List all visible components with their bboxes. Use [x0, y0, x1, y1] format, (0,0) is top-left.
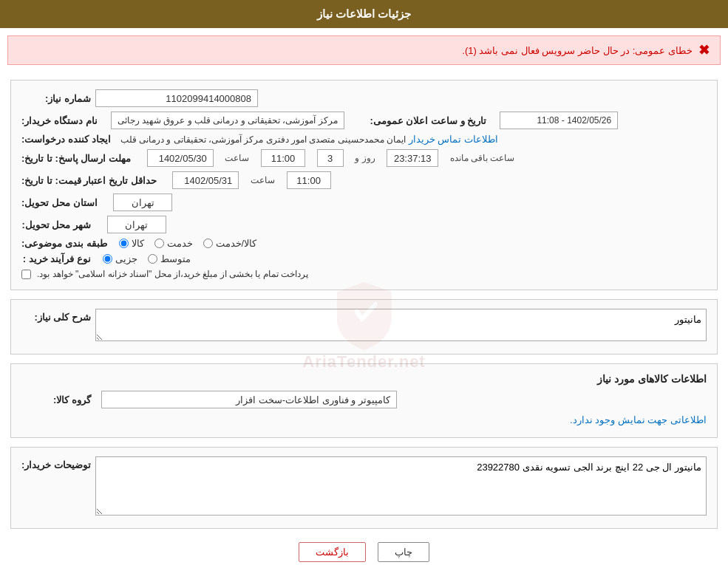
back-button[interactable]: بازگشت: [299, 542, 366, 562]
mohlet-label: مهلت ارسال پاسخ: تا تاریخ:: [21, 153, 135, 164]
mohlet-date-value: 1402/05/30: [147, 149, 214, 167]
sharh-label: شرح کلی نیاز:: [21, 309, 95, 323]
tawzih-section: مانیتور ال جی 22 اینچ برند الجی تسویه نق…: [10, 447, 718, 529]
radio-khedmat-input[interactable]: [154, 239, 164, 248]
mohlet-row: ساعت باقی مانده 23:37:13 روز و 3 11:00 س…: [21, 149, 707, 167]
noee-row: متوسط جزیی نوع فرآیند خرید :: [21, 253, 707, 264]
tarikh-row: 1402/05/26 - 11:08 تاریخ و ساعت اعلان عم…: [21, 112, 707, 129]
hadaghal-saat-label: ساعت: [251, 175, 275, 185]
shomare-niaz-row: 1102099414000808 شماره نیاز:: [21, 89, 707, 107]
noee-label: نوع فرآیند خرید :: [21, 253, 95, 264]
tawzih-label: توضیحات خریدار:: [21, 456, 95, 470]
radio-jozi-label: جزیی: [115, 253, 137, 264]
ejad-row: اطلاعات تماس خریدار ایمان محمدحسینی متصد…: [21, 134, 707, 145]
ostan-value: تهران: [113, 194, 172, 211]
tabaqe-label: طبقه بندی موضوعی:: [21, 238, 112, 249]
error-icon: ✖: [698, 42, 710, 58]
hadaghal-date-value: 1402/05/31: [172, 171, 239, 189]
radio-kala-khedmat-label: کالا/خدمت: [216, 238, 257, 249]
radio-kala-input[interactable]: [119, 239, 129, 248]
hadaghal-label: حداقل تاریخ اعتبار قیمت: تا تاریخ:: [21, 175, 161, 186]
hadaghal-saat-value: 11:00: [287, 171, 331, 189]
page-title: جزئیات اطلاعات نیاز: [0, 0, 728, 28]
mohlet-saat-label: ساعت: [225, 153, 249, 163]
print-button[interactable]: چاپ: [378, 542, 429, 562]
tarikh-label: تاریخ و ساعت اعلان عمومی:: [370, 115, 491, 126]
error-message: خطای عمومی: در حال حاضر سرویس فعال نمی ب…: [462, 45, 693, 56]
grohe-row: کامپیوتر و فناوری اطلاعات-سخت افزار گروه…: [21, 391, 707, 408]
radio-jozi[interactable]: جزیی: [103, 253, 137, 264]
ejad-label: ایجاد کننده درخواست:: [21, 134, 115, 145]
radio-khedmat[interactable]: خدمت: [154, 238, 193, 249]
ejad-link[interactable]: اطلاعات تماس خریدار: [409, 134, 498, 145]
grohe-value: کامپیوتر و فناوری اطلاعات-سخت افزار: [101, 391, 397, 408]
checkbox-text: پرداخت تمام یا بخشی از مبلغ خرید،از محل …: [37, 269, 308, 279]
error-bar: ✖ خطای عمومی: در حال حاضر سرویس فعال نمی…: [7, 35, 721, 65]
countdown-value: 23:37:13: [387, 149, 438, 167]
checkbox-khazan[interactable]: [21, 270, 31, 279]
no-info-text: اطلاعاتی جهت نمایش وجود ندارد.: [21, 414, 707, 425]
checkbox-row: پرداخت تمام یا بخشی از مبلغ خرید،از محل …: [21, 269, 707, 279]
ostan-label: استان محل تحویل:: [21, 197, 102, 208]
radio-motavaset[interactable]: متوسط: [148, 253, 191, 264]
radio-motavaset-label: متوسط: [160, 253, 191, 264]
sharh-section: مانیتور شرح کلی نیاز:: [10, 299, 718, 355]
sharh-row: مانیتور شرح کلی نیاز:: [21, 309, 707, 343]
tarikh-value: 1402/05/26 - 11:08: [500, 112, 618, 129]
shahr-row: تهران شهر محل تحویل:: [21, 216, 707, 233]
kalaha-title: اطلاعات کالاهای مورد نیاز: [21, 373, 707, 385]
rooz-value: 3: [317, 149, 344, 167]
bottom-buttons: چاپ بازگشت: [10, 542, 718, 562]
radio-kala-khedmat-input[interactable]: [203, 239, 213, 248]
name-dastgah-label: نام دستگاه خریدار:: [21, 115, 102, 126]
radio-kala[interactable]: کالا: [119, 238, 144, 249]
name-dastgah-value: مرکز آموزشی، تحقیقاتی و درمانی قلب و عرو…: [111, 112, 344, 129]
shahr-value: تهران: [107, 216, 166, 233]
ejad-value: ایمان محمدحسینی متصدی امور دفتری مرکز آم…: [120, 134, 406, 145]
grohe-label: گروه کالا:: [21, 394, 95, 405]
radio-khedmat-label: خدمت: [167, 238, 193, 249]
hadaghal-row: 11:00 ساعت 1402/05/31 حداقل تاریخ اعتبار…: [21, 171, 707, 189]
countdown-label: ساعت باقی مانده: [450, 153, 515, 163]
tabaqe-row: کالا/خدمت خدمت کالا طبقه بندی موضوعی:: [21, 238, 707, 249]
mohlet-saat-value: 11:00: [261, 149, 305, 167]
radio-kala-label: کالا: [132, 238, 144, 249]
tawzih-row: مانیتور ال جی 22 اینچ برند الجی تسویه نق…: [21, 456, 707, 518]
rooz-label: روز و: [355, 153, 375, 163]
radio-jozi-input[interactable]: [103, 254, 112, 264]
tawzih-textarea[interactable]: مانیتور ال جی 22 اینچ برند الجی تسویه نق…: [95, 456, 707, 516]
radio-motavaset-input[interactable]: [148, 254, 157, 264]
shomare-niaz-value: 1102099414000808: [95, 89, 258, 107]
shahr-label: شهر محل تحویل:: [21, 219, 95, 230]
shomare-niaz-label: شماره نیاز:: [21, 93, 95, 104]
ostan-row: تهران استان محل تحویل:: [21, 194, 707, 211]
sharh-textarea[interactable]: مانیتور: [95, 309, 707, 341]
info-section: 1102099414000808 شماره نیاز: 1402/05/26 …: [10, 80, 718, 290]
kalaha-section: اطلاعات کالاهای مورد نیاز کامپیوتر و فنا…: [10, 363, 718, 438]
radio-kala-khedmat[interactable]: کالا/خدمت: [203, 238, 257, 249]
